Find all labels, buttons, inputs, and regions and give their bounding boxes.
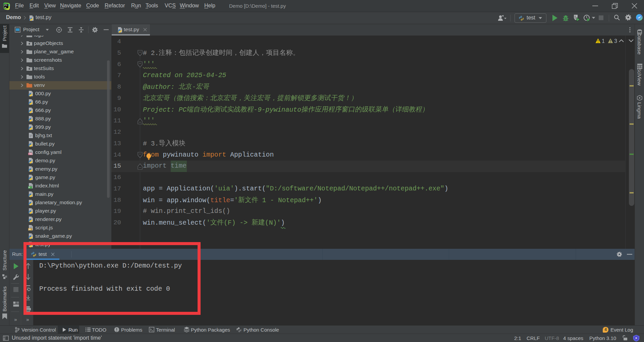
svg-text:H: H	[29, 186, 30, 188]
svg-text:JS: JS	[29, 228, 31, 230]
svg-text:YML: YML	[29, 153, 33, 155]
